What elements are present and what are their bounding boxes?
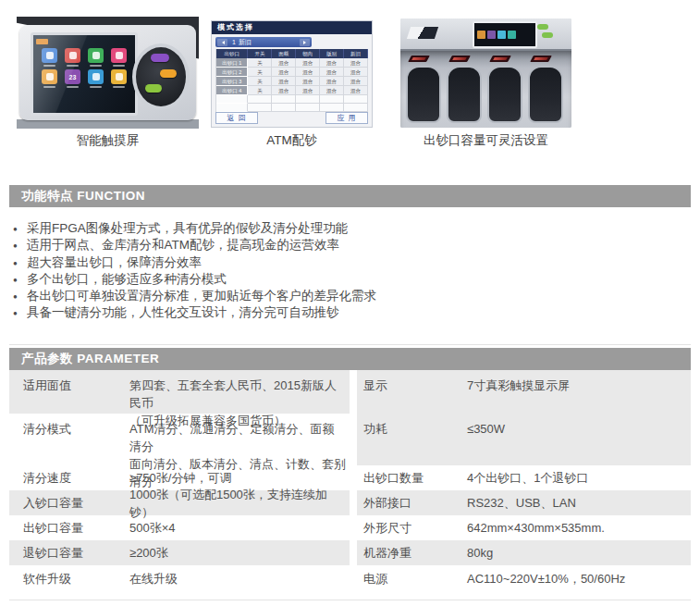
spec-label: 机器净重 xyxy=(357,544,467,562)
machine-screen-icon xyxy=(477,31,485,39)
green-button xyxy=(537,24,548,30)
atm-screen-title: 模式选择 xyxy=(212,21,372,34)
purple-button xyxy=(151,54,169,62)
machine-body xyxy=(400,19,571,128)
atm-header-cell: 朝向 xyxy=(296,49,320,58)
pocket-led-display xyxy=(530,56,552,62)
spec-row: 功耗≤350W xyxy=(357,414,691,465)
touchscreen-photo: 23 xyxy=(17,17,199,129)
apply-button: 应 用 xyxy=(325,112,368,124)
atm-cell: 混合 xyxy=(320,68,344,77)
atm-cell: 关 xyxy=(248,58,272,68)
function-bullet: 超大容量出钞口，保障清分效率 xyxy=(13,254,679,271)
atm-cell: 混合 xyxy=(320,77,344,86)
divider-line xyxy=(9,600,691,600)
machine-top-deck xyxy=(400,19,571,51)
atm-cell: 混合 xyxy=(296,68,320,77)
spec-panel-right: 显示7寸真彩触摸显示屏功耗≤350W出钞口数量4个出钞口、1个退钞口外部接口RS… xyxy=(357,370,691,592)
spec-label: 出钞口容量 xyxy=(9,519,129,537)
spec-value: 4个出钞口、1个退钞口 xyxy=(467,469,691,487)
spec-row: 软件升级在线升级 xyxy=(9,565,350,592)
green-button xyxy=(542,32,553,38)
control-panel xyxy=(132,43,190,110)
atm-cell xyxy=(272,104,296,112)
spec-row: 机器净重80kg xyxy=(357,540,691,565)
atm-cell: 混合 xyxy=(320,86,344,95)
spec-label: 清分速度 xyxy=(9,469,129,487)
spec-row: 外形尺寸642mm×430mm×535mm. xyxy=(357,515,691,540)
parameter-section-header: 产品参数 PARAMETER xyxy=(9,348,691,370)
atm-table-row: 出钞口 1关混合混合混合混合 xyxy=(216,58,368,68)
spec-value: 在线升级 xyxy=(129,570,350,587)
atm-empty-row xyxy=(216,104,368,112)
atm-cell xyxy=(216,104,248,112)
atm-cell: 混合 xyxy=(272,58,296,68)
machine-screen xyxy=(473,21,537,48)
atm-cell xyxy=(248,104,272,112)
spec-row: 清分模式ATM清分、流通清分、定额清分、面额清分 面向清分、版本清分、清点、计数… xyxy=(9,414,350,465)
atm-cell: 混合 xyxy=(296,77,320,86)
pocket-led-display xyxy=(448,56,471,62)
atm-table-row: 出钞口 4关混合混合混合混合 xyxy=(216,86,368,95)
function-bullet: 多个出钞口，能够适应多种清分模式 xyxy=(13,271,679,288)
atm-screen-body: 1 新旧 出钞口开关面额朝向版别新旧 出钞口 1关混合混合混合混合出钞口 2关混… xyxy=(212,34,372,127)
atm-table-header: 出钞口开关面额朝向版别新旧 xyxy=(216,49,368,58)
atm-header-cell: 版别 xyxy=(320,49,344,58)
spec-value: RS232、USB、LAN xyxy=(467,494,691,512)
atm-empty-row xyxy=(216,95,368,104)
pocket-area xyxy=(400,51,571,128)
atm-cell: 混合 xyxy=(272,86,296,95)
led-glow xyxy=(452,57,467,60)
output-pocket xyxy=(447,66,482,123)
function-bullet: 各出钞口可单独设置清分标准，更加贴近每个客户的差异化需求 xyxy=(13,288,679,304)
spec-row: 入钞口容量1000张（可选配1500张，支持连续加钞） xyxy=(9,490,350,515)
atm-cell: 混合 xyxy=(296,86,320,95)
spec-row: 出钞口容量500张×4 xyxy=(9,515,350,540)
atm-table-row: 出钞口 3关混合混合混合混合 xyxy=(216,77,368,86)
atm-nav-mode: 新旧 xyxy=(239,38,252,47)
spec-label: 退钞口容量 xyxy=(9,544,129,562)
spec-value: 7寸真彩触摸显示屏 xyxy=(467,377,691,394)
atm-cell xyxy=(320,95,344,104)
atm-cell: 关 xyxy=(248,86,272,95)
atm-header-cell: 面额 xyxy=(272,49,296,58)
spec-value: ≥200张 xyxy=(129,544,350,562)
spec-value: AC110~220V±10%，50/60Hz xyxy=(467,570,691,587)
machine-screen-icon xyxy=(508,31,516,39)
atm-cell: 关 xyxy=(248,68,272,77)
atm-cell: 混合 xyxy=(320,58,344,68)
atm-cell xyxy=(296,95,320,104)
spec-row: 外部接口RS232、USB、LAN xyxy=(357,490,691,515)
spec-table: 适用面值第四套、五套全套人民币、2015新版人民币 （可升级拓展兼容多国货币）清… xyxy=(9,370,691,592)
brand-logo xyxy=(407,27,438,39)
touch-screen: 23 xyxy=(31,32,138,116)
green-button xyxy=(145,84,162,93)
atm-cell xyxy=(296,104,320,112)
divider-line xyxy=(9,344,691,345)
atm-header-cell: 开关 xyxy=(248,49,272,58)
atm-cell xyxy=(216,95,248,104)
atm-pocket-label: 出钞口 1 xyxy=(216,58,248,68)
function-bullet: 具备一键清分功能，人性化交互设计，清分完可自动推钞 xyxy=(13,304,679,321)
spec-label: 适用面值 xyxy=(9,377,129,394)
spec-label: 电源 xyxy=(357,570,467,587)
machine-screen-icon xyxy=(497,31,506,39)
atm-cell xyxy=(320,104,344,112)
atm-mode-nav: 1 新旧 xyxy=(215,37,312,47)
spec-value: 642mm×430mm×535mm. xyxy=(467,519,691,537)
atm-cell: 混合 xyxy=(344,58,368,68)
spec-row: 退钞口容量≥200张 xyxy=(9,540,350,565)
next-arrow-icon xyxy=(300,39,310,46)
spec-label: 软件升级 xyxy=(9,570,129,587)
atm-cell: 混合 xyxy=(344,68,368,77)
spec-panel-left: 适用面值第四套、五套全套人民币、2015新版人民币 （可升级拓展兼容多国货币）清… xyxy=(9,370,350,592)
spec-value: ≤350W xyxy=(467,420,691,438)
pocket-led-display xyxy=(489,56,511,62)
output-pocket xyxy=(406,66,441,123)
spec-label: 功耗 xyxy=(357,420,467,438)
atm-header-cell: 出钞口 xyxy=(216,49,248,58)
photo-caption: 出钞口容量可灵活设置 xyxy=(400,132,571,149)
machine-screen-icon xyxy=(487,31,496,39)
spec-label: 外形尺寸 xyxy=(357,519,467,537)
atm-cell: 混合 xyxy=(272,77,296,86)
